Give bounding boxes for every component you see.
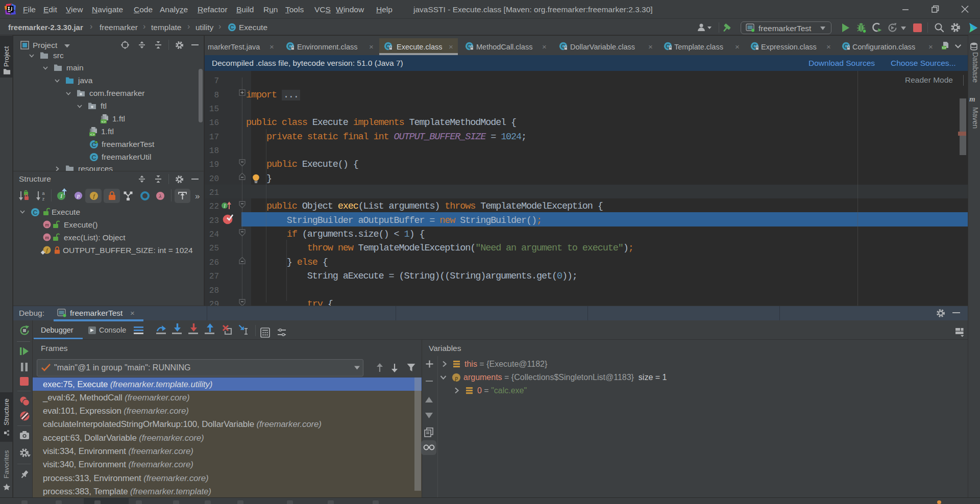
svg-text:<>: <>	[942, 46, 946, 50]
svg-text:m: m	[45, 235, 49, 240]
svg-text:C: C	[230, 24, 234, 31]
svg-text:p: p	[454, 375, 458, 382]
svg-text:C: C	[33, 209, 37, 216]
svg-text:p: p	[77, 193, 80, 198]
svg-text:m: m	[45, 222, 49, 228]
svg-text:z: z	[42, 196, 45, 201]
svg-text:C: C	[91, 154, 96, 161]
svg-text:λ: λ	[159, 193, 162, 199]
svg-text:<>: <>	[90, 133, 95, 137]
svg-text:a: a	[42, 191, 44, 196]
svg-text:<>: <>	[101, 120, 106, 124]
